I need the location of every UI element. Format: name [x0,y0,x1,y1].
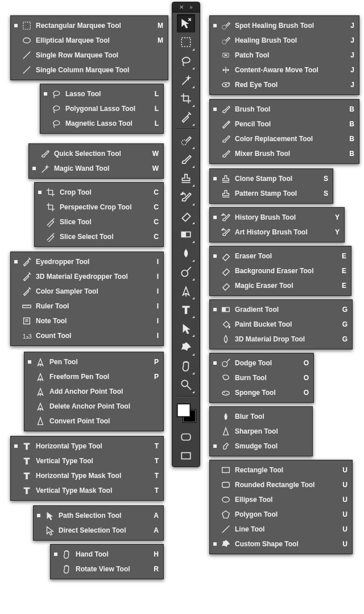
tool-option-line[interactable]: Line ToolU [210,522,352,537]
tool-move[interactable] [177,14,195,32]
tool-option-brush[interactable]: Brush ToolB [210,102,359,117]
tool-option-pattern-stamp[interactable]: Pattern Stamp ToolS [210,186,333,201]
tool-option-free-pen[interactable]: Freeform Pen ToolP [24,369,163,384]
tool-option-anchor-del[interactable]: Delete Anchor Point Tool [24,399,163,414]
tool-option-red-eye[interactable]: Red Eye ToolJ [210,77,359,92]
tool-option-content-move[interactable]: Content-Aware Move ToolJ [210,63,359,77]
tool-option-convert-pt[interactable]: Convert Point Tool [24,414,163,428]
tool-label: Add Anchor Point Tool [49,388,147,395]
tool-option-slice-sel[interactable]: Slice Select ToolC [35,229,163,244]
tool-option-direct-sel[interactable]: Direct Selection ToolA [34,523,163,538]
tool-marquee[interactable] [177,33,195,51]
tool-option-quick-select[interactable]: Quick Selection ToolW [29,146,163,161]
tool-option-type-v[interactable]: Vertical Type ToolT [11,454,163,468]
tool-option-type-mask-h[interactable]: Horizontal Type Mask ToolT [11,468,163,483]
tool-option-color-sampler[interactable]: Color Sampler ToolI [11,284,163,299]
tool-blur[interactable] [177,244,195,262]
tool-zoom[interactable] [177,376,195,394]
tool-screen-mode[interactable] [177,447,195,465]
tool-option-bg-eraser[interactable]: Background Eraser ToolE [210,263,351,278]
tool-brush[interactable] [177,150,195,168]
tool-option-color-replace[interactable]: Color Replacement ToolB [210,131,359,146]
flyout-spot-heal: Spot Healing Brush ToolJHealing Brush To… [209,15,359,95]
tool-label: Patch Tool [235,51,343,59]
tool-option-pen[interactable]: Pen ToolP [24,355,163,369]
tool-option-paint-bucket[interactable]: Paint Bucket ToolG [210,317,352,332]
tool-option-burn[interactable]: Burn ToolO [210,370,313,385]
tool-eraser[interactable] [177,207,195,225]
tool-label: Rounded Rectangle Tool [235,481,336,489]
tool-eyedropper[interactable] [177,108,195,126]
active-dot [38,191,42,194]
tool-type[interactable] [177,300,195,319]
tool-shape[interactable] [177,338,195,356]
tool-option-eyedropper-3d[interactable]: 3D Material Eyedropper ToolI [11,269,163,284]
active-dot [54,553,57,556]
tool-dodge[interactable] [177,263,195,281]
tool-option-row-marquee[interactable]: Single Row Marquee Tool [11,48,168,63]
tool-option-magic-eraser[interactable]: Magic Eraser ToolE [210,278,351,293]
tool-pen[interactable] [177,282,195,300]
tool-option-crop[interactable]: Crop ToolC [35,185,163,200]
tool-option-pencil[interactable]: Pencil ToolB [210,117,359,131]
tool-option-sharpen[interactable]: Sharpen Tool [210,424,312,439]
tool-quick-mask[interactable] [177,428,195,446]
panel-header[interactable]: ✕ » [172,2,200,13]
tool-option-persp-crop[interactable]: Perspective Crop ToolC [35,200,163,215]
tool-option-mag-lasso[interactable]: Magnetic Lasso ToolL [40,116,163,131]
tool-option-blur[interactable]: Blur Tool [210,409,312,424]
tool-stamp[interactable] [177,169,195,187]
tool-option-type-mask-v[interactable]: Vertical Type Mask ToolT [11,483,163,498]
tool-option-round-rect[interactable]: Rounded Rectangle ToolU [210,477,352,492]
tool-option-dodge[interactable]: Dodge ToolO [210,356,313,370]
tool-option-anchor-add[interactable]: Add Anchor Point Tool [24,384,163,399]
tool-option-custom-shape[interactable]: Custom Shape ToolU [210,537,352,551]
tool-option-type-h[interactable]: Horizontal Type ToolT [11,439,163,454]
tool-option-rotate-view[interactable]: Rotate View ToolR [51,562,163,576]
tool-history-brush[interactable] [177,188,195,206]
foreground-color[interactable] [177,403,191,417]
tool-hand[interactable] [177,357,195,375]
tool-gradient[interactable] [177,225,195,244]
tool-option-smudge[interactable]: Smudge Tool [210,439,312,454]
tool-option-mixer-brush[interactable]: Mixer Brush ToolB [210,146,359,161]
tool-option-path-sel[interactable]: Path Selection ToolA [34,508,163,523]
tool-option-ellipse-marquee[interactable]: Elliptical Marquee ToolM [11,33,168,48]
color-swatches[interactable] [175,401,197,426]
tool-option-lasso[interactable]: Lasso ToolL [40,86,163,101]
tool-option-eyedropper[interactable]: Eyedropper ToolI [11,254,163,269]
shortcut-key: J [346,51,354,59]
tool-option-col-marquee[interactable]: Single Column Marquee Tool [11,63,168,77]
tool-option-gradient[interactable]: Gradient ToolG [210,302,352,317]
tool-option-spot-heal[interactable]: Spot Healing Brush ToolJ [210,18,359,33]
tool-option-3d-drop[interactable]: 3D Material Drop ToolG [210,332,352,347]
tool-option-rect-marquee[interactable]: Rectangular Marquee ToolM [11,18,168,33]
tool-option-magic-wand[interactable]: Magic Wand ToolW [29,161,163,176]
active-dot [213,254,217,258]
tool-option-note[interactable]: Note ToolI [11,314,163,328]
tool-option-poly-lasso[interactable]: Polygonal Lasso ToolL [40,101,163,116]
tool-option-history-brush[interactable]: History Brush ToolY [210,210,344,225]
tool-path-select[interactable] [177,319,195,337]
tool-wand[interactable] [177,71,195,89]
tool-option-sponge[interactable]: Sponge ToolO [210,385,313,400]
close-icon[interactable]: ✕ [179,4,184,10]
tool-option-hand[interactable]: Hand ToolH [51,547,163,562]
tool-option-ellipse[interactable]: Ellipse ToolU [210,492,352,507]
shortcut-key: T [151,472,159,480]
tool-option-count[interactable]: Count ToolI [11,328,163,343]
tool-spot-heal[interactable] [177,131,195,150]
tool-option-slice[interactable]: Slice ToolC [35,215,163,229]
tool-option-rect[interactable]: Rectangle ToolU [210,463,352,477]
tool-option-polygon[interactable]: Polygon ToolU [210,507,352,522]
tool-label: Single Row Marquee Tool [36,51,152,59]
tool-option-heal[interactable]: Healing Brush ToolJ [210,33,359,48]
tool-lasso[interactable] [177,52,195,70]
tool-option-eraser[interactable]: Eraser ToolE [210,249,351,263]
tool-option-patch[interactable]: Patch ToolJ [210,48,359,63]
tool-crop[interactable] [177,89,195,108]
collapse-icon[interactable]: » [189,4,193,10]
tool-option-clone-stamp[interactable]: Clone Stamp ToolS [210,171,333,186]
tool-option-ruler[interactable]: Ruler ToolI [11,299,163,314]
tool-option-art-history-brush[interactable]: Art History Brush ToolY [210,225,344,240]
